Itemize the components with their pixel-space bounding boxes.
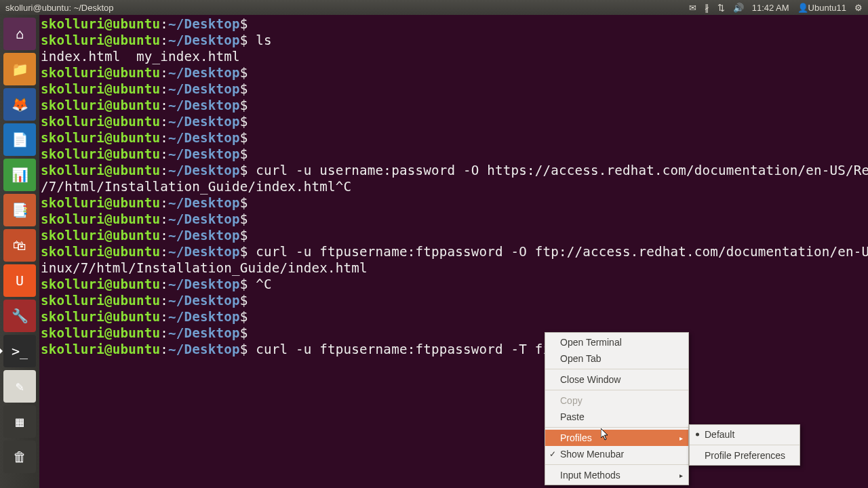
launcher-impress[interactable]: 📑 bbox=[3, 194, 36, 226]
launcher-files[interactable]: 📁 bbox=[3, 53, 36, 85]
launcher-trash[interactable]: 🗑 bbox=[3, 441, 36, 473]
menu-profiles[interactable]: Profiles▸ bbox=[545, 430, 688, 446]
menu-show-menubar[interactable]: Show Menubar✓ bbox=[545, 446, 688, 462]
terminal-output[interactable]: skolluri@ubuntu:~/Desktop$ skolluri@ubun… bbox=[39, 15, 868, 488]
launcher-ubuntuone[interactable]: U bbox=[3, 264, 36, 297]
launcher-dash[interactable]: ⌂ bbox=[3, 18, 36, 50]
top-panel: skolluri@ubuntu: ~/Desktop ✉ ∦ ⇅ 🔊 11:42… bbox=[0, 0, 868, 15]
profiles-submenu[interactable]: DefaultProfile Preferences bbox=[689, 424, 800, 466]
launcher-software[interactable]: 🛍 bbox=[3, 229, 36, 262]
terminal-context-menu[interactable]: Open TerminalOpen TabClose WindowCopyPas… bbox=[545, 332, 689, 485]
menu-open-terminal[interactable]: Open Terminal bbox=[545, 334, 688, 350]
menu-close-window[interactable]: Close Window bbox=[545, 371, 688, 388]
launcher-firefox[interactable]: 🦊 bbox=[3, 88, 36, 121]
launcher-workspace[interactable]: ▦ bbox=[3, 405, 36, 438]
menu-paste[interactable]: Paste bbox=[545, 409, 688, 425]
menu-copy: Copy bbox=[545, 392, 688, 409]
unity-launcher: ⌂📁🦊📄📊📑🛍U🔧>_✎▦🗑 bbox=[0, 15, 39, 488]
launcher-terminal[interactable]: >_ bbox=[3, 335, 36, 367]
menu-default[interactable]: Default bbox=[690, 426, 800, 443]
clock[interactable]: 11:42 AM bbox=[752, 3, 789, 13]
launcher-settings[interactable]: 🔧 bbox=[3, 300, 36, 332]
network-icon[interactable]: ⇅ bbox=[717, 3, 725, 13]
gear-icon[interactable]: ⚙ bbox=[854, 3, 863, 13]
launcher-writer[interactable]: 📄 bbox=[3, 123, 36, 156]
sound-icon[interactable]: 🔊 bbox=[733, 3, 744, 13]
window-title: skolluri@ubuntu: ~/Desktop bbox=[5, 3, 114, 13]
bluetooth-icon[interactable]: ∦ bbox=[705, 3, 709, 13]
launcher-gedit[interactable]: ✎ bbox=[3, 370, 36, 403]
user-menu[interactable]: 👤 Ubuntu11 bbox=[797, 3, 846, 13]
menu-input-methods[interactable]: Input Methods▸ bbox=[545, 467, 688, 483]
menu-open-tab[interactable]: Open Tab bbox=[545, 350, 688, 367]
launcher-calc[interactable]: 📊 bbox=[3, 159, 36, 191]
menu-profile-preferences[interactable]: Profile Preferences bbox=[690, 447, 800, 464]
system-tray: ✉ ∦ ⇅ 🔊 11:42 AM 👤 Ubuntu11 ⚙ bbox=[689, 3, 863, 13]
mail-icon[interactable]: ✉ bbox=[689, 3, 696, 13]
